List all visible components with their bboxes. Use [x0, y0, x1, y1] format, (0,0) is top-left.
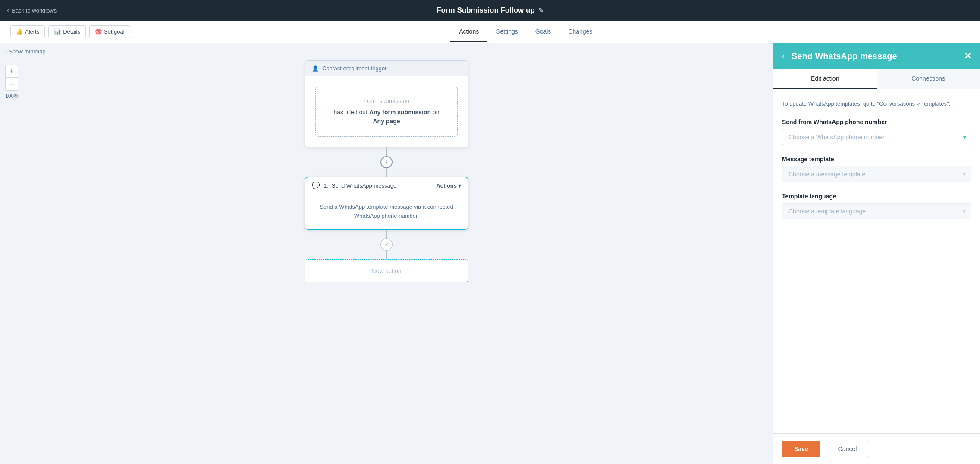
trigger-header-label: Contact enrollment trigger: [322, 65, 387, 72]
chart-icon: 📊: [54, 28, 61, 35]
actions-dropdown-label: Actions: [436, 182, 457, 189]
tab-goals[interactable]: Goals: [527, 22, 560, 42]
template-language-label: Template language: [782, 193, 971, 200]
main-layout: › Show minimap + − 100% 👤 Contact enroll…: [0, 43, 980, 464]
minimap-toggle[interactable]: › Show minimap: [5, 48, 46, 55]
back-link-label: Back to workflows: [12, 7, 57, 14]
phone-number-field-group: Send from WhatsApp phone number Choose a…: [782, 119, 971, 145]
trigger-description: has filled out Any form submission on An…: [333, 108, 439, 126]
edit-title-icon[interactable]: ✎: [538, 7, 543, 14]
details-button[interactable]: 📊 Details: [48, 25, 86, 38]
zoom-level-display: 100%: [5, 93, 19, 99]
phone-number-label: Send from WhatsApp phone number: [782, 119, 971, 125]
action-step-number: 1.: [324, 182, 328, 189]
message-template-field-group: Message template Choose a message templa…: [782, 156, 971, 182]
zoom-in-button[interactable]: +: [5, 65, 18, 78]
chevron-right-icon: ›: [5, 48, 7, 55]
zoom-out-button[interactable]: −: [5, 78, 18, 91]
panel-title: Send WhatsApp message: [792, 51, 897, 61]
action-title-text: Send WhatsApp message: [332, 182, 396, 189]
top-nav: ‹ Back to workflows Form Submission Foll…: [0, 0, 980, 21]
whatsapp-icon: 💬: [312, 182, 320, 189]
dropdown-chevron-icon: ▾: [458, 182, 461, 189]
panel-tab-edit[interactable]: Edit action: [773, 69, 877, 89]
panel-body: To update WhatsApp templates, go to "Con…: [773, 89, 980, 433]
action-node-title: 💬 1. Send WhatsApp message: [312, 182, 396, 189]
person-icon: 👤: [312, 65, 319, 72]
action-node-header: 💬 1. Send WhatsApp message Actions ▾: [305, 177, 468, 194]
connector-2: ✕: [380, 230, 393, 259]
trigger-node-body[interactable]: Form submission has filled out Any form …: [315, 87, 458, 137]
trigger-node-header: 👤 Contact enrollment trigger: [305, 61, 468, 76]
panel-tabs: Edit action Connections: [773, 69, 980, 89]
back-arrow-icon: ‹: [7, 6, 9, 14]
tab-actions[interactable]: Actions: [450, 22, 487, 42]
sub-nav: 🔔 Alerts 📊 Details 🎯 Set goal Actions Se…: [0, 21, 980, 43]
workflow-name-text: Form Submission Follow up: [437, 6, 535, 15]
sub-nav-tabs: Actions Settings Goals Changes: [450, 22, 601, 42]
connector-line-4: [386, 251, 387, 259]
connector-line-3: [386, 230, 387, 238]
trigger-node: 👤 Contact enrollment trigger Form submis…: [305, 60, 468, 147]
right-panel: ‹ Send WhatsApp message ✕ Edit action Co…: [773, 43, 980, 464]
panel-nav: ‹ Send WhatsApp message: [782, 51, 897, 61]
canvas-area: › Show minimap + − 100% 👤 Contact enroll…: [0, 43, 773, 464]
phone-number-select[interactable]: Choose a WhatsApp phone number: [782, 129, 971, 145]
zoom-controls: + −: [5, 65, 18, 91]
minimap-label: Show minimap: [9, 48, 45, 55]
panel-tab-connections[interactable]: Connections: [877, 69, 980, 89]
set-goal-button[interactable]: 🎯 Set goal: [89, 25, 130, 38]
workflow-title: Form Submission Follow up ✎: [437, 6, 543, 15]
new-action-node[interactable]: New action: [305, 259, 468, 282]
info-text: To update WhatsApp templates, go to "Con…: [782, 100, 971, 108]
alerts-label: Alerts: [25, 28, 39, 35]
tab-changes[interactable]: Changes: [559, 22, 601, 42]
connector-1: +: [380, 147, 393, 177]
phone-number-select-wrapper: Choose a WhatsApp phone number ▾: [782, 129, 971, 145]
template-language-field-group: Template language Choose a template lang…: [782, 193, 971, 219]
message-template-chevron-icon: ▾: [963, 171, 966, 178]
details-label: Details: [63, 28, 80, 35]
template-language-chevron-icon: ▾: [963, 208, 966, 215]
bell-icon: 🔔: [16, 28, 23, 35]
panel-close-button[interactable]: ✕: [964, 51, 971, 61]
message-template-label: Message template: [782, 156, 971, 163]
actions-dropdown[interactable]: Actions ▾: [436, 182, 461, 189]
goal-icon: 🎯: [95, 28, 102, 35]
remove-branch-button[interactable]: ✕: [380, 238, 393, 251]
save-button[interactable]: Save: [782, 441, 820, 457]
trigger-type-label: Form submission: [364, 97, 410, 104]
panel-footer: Save Cancel: [773, 433, 980, 464]
panel-back-button[interactable]: ‹: [782, 52, 785, 61]
back-to-workflows-link[interactable]: ‹ Back to workflows: [7, 6, 57, 14]
action-description: Send a WhatsApp template message via a c…: [320, 204, 453, 219]
action-node: 💬 1. Send WhatsApp message Actions ▾ Sen…: [305, 177, 468, 230]
message-template-select-wrapper: Choose a message template ▾: [782, 166, 971, 182]
connector-line-1: [386, 147, 387, 156]
panel-header: ‹ Send WhatsApp message ✕: [773, 43, 980, 69]
cancel-button[interactable]: Cancel: [826, 441, 870, 457]
add-step-button[interactable]: +: [380, 156, 393, 168]
workflow-canvas: 👤 Contact enrollment trigger Form submis…: [296, 60, 477, 282]
connector-line-2: [386, 168, 387, 177]
new-action-label: New action: [371, 267, 401, 274]
action-node-body: Send a WhatsApp template message via a c…: [305, 194, 468, 229]
set-goal-label: Set goal: [104, 28, 125, 35]
message-template-placeholder: Choose a message template: [788, 171, 865, 178]
tab-settings[interactable]: Settings: [487, 22, 527, 42]
template-language-placeholder: Choose a template language: [788, 208, 866, 215]
sub-nav-left-buttons: 🔔 Alerts 📊 Details 🎯 Set goal: [10, 25, 130, 38]
template-language-select-wrapper: Choose a template language ▾: [782, 203, 971, 219]
alerts-button[interactable]: 🔔 Alerts: [10, 25, 45, 38]
